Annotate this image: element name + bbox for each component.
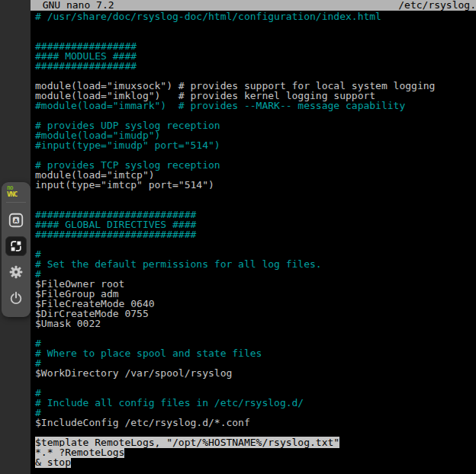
terminal-line: $IncludeConfig /etc/rsyslog.d/*.conf xyxy=(35,418,476,428)
terminal-line xyxy=(35,378,476,388)
terminal-line: $WorkDirectory /var/spool/rsyslog xyxy=(35,368,476,378)
terminal-line: #input(type="imudp" port="514") xyxy=(35,140,476,150)
terminal-body: # /usr/share/doc/rsyslog-doc/html/config… xyxy=(31,11,476,467)
terminal-screen[interactable]: GNU nano 7.2 /etc/rsyslog. # /usr/share/… xyxy=(31,0,476,474)
terminal-line: # Set the default permissions for all lo… xyxy=(35,259,476,269)
terminal-line: & stop xyxy=(35,457,476,467)
novnc-logo: no VNC xyxy=(2,185,17,197)
terminal-line: *.* ?RemoteLogs xyxy=(35,447,476,457)
terminal-line: $Umask 0022 xyxy=(35,319,476,328)
terminal-line xyxy=(35,21,476,31)
terminal-line: input(type="imtcp" port="514") xyxy=(35,180,476,190)
gear-icon xyxy=(8,264,24,280)
fullscreen-button[interactable] xyxy=(5,236,27,256)
terminal-line xyxy=(35,328,476,338)
power-icon xyxy=(8,290,24,306)
terminal-line: ################# xyxy=(35,61,476,71)
terminal-line: # /usr/share/doc/rsyslog-doc/html/config… xyxy=(35,11,476,21)
novnc-logo-vnc: VNC xyxy=(7,191,17,197)
nano-filename-label: /etc/rsyslog. xyxy=(398,0,476,11)
keyboard-a-button[interactable]: A xyxy=(5,210,27,230)
selected-text: & stop xyxy=(35,456,71,468)
keycap-a-icon: A xyxy=(8,212,24,229)
terminal-line xyxy=(35,239,476,249)
control-bar-divider xyxy=(6,202,26,203)
terminal-line: # Include all config files in /etc/rsysl… xyxy=(35,398,476,408)
terminal-line: # Where to place spool and state files xyxy=(35,348,476,358)
novnc-control-bar: no VNC A xyxy=(2,182,31,317)
fullscreen-icon xyxy=(8,239,24,254)
nano-titlebar: GNU nano 7.2 /etc/rsyslog. xyxy=(31,0,476,11)
terminal-line xyxy=(35,190,476,200)
svg-text:A: A xyxy=(14,218,18,224)
terminal-line: ########################### xyxy=(35,229,476,239)
terminal-line: $DirCreateMode 0755 xyxy=(35,309,476,319)
power-button[interactable] xyxy=(5,288,27,308)
settings-button[interactable] xyxy=(5,262,27,282)
terminal-line: #module(load="immark") # provides --MARK… xyxy=(35,101,476,110)
nano-version-label: GNU nano 7.2 xyxy=(31,0,114,11)
